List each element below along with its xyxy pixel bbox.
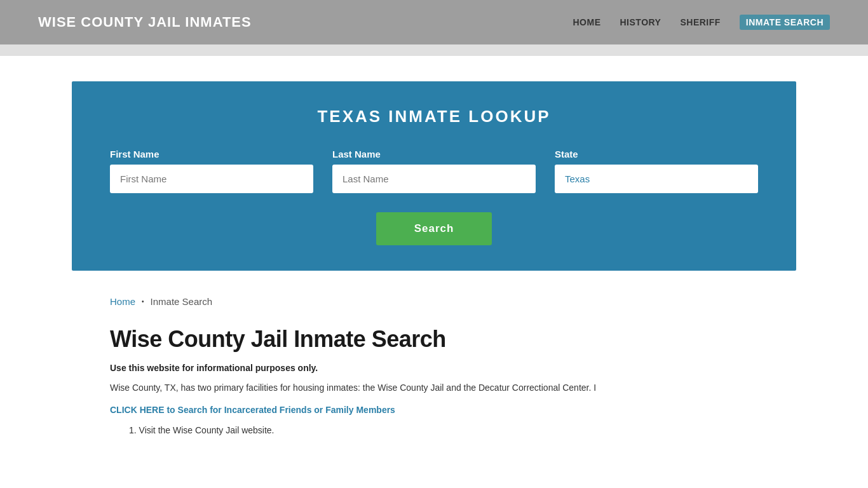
search-form-row: First Name Last Name State bbox=[110, 149, 758, 193]
nav-sheriff[interactable]: SHERIFF bbox=[680, 17, 720, 27]
breadcrumb-current: Inmate Search bbox=[151, 296, 213, 307]
first-name-input[interactable] bbox=[110, 165, 313, 193]
breadcrumb: Home • Inmate Search bbox=[110, 296, 758, 307]
last-name-group: Last Name bbox=[332, 149, 536, 193]
numbered-item-1: 1. Visit the Wise County Jail website. bbox=[129, 425, 758, 435]
site-header: WISE COUNTY JAIL INMATES HOME HISTORY SH… bbox=[0, 0, 868, 44]
search-panel: TEXAS INMATE LOOKUP First Name Last Name… bbox=[72, 81, 796, 271]
main-content: Home • Inmate Search Wise County Jail In… bbox=[72, 296, 796, 435]
info-bold-text: Use this website for informational purpo… bbox=[110, 363, 758, 373]
page-title: Wise County Jail Inmate Search bbox=[110, 326, 758, 353]
search-button-row: Search bbox=[110, 212, 758, 245]
sub-header-bar bbox=[0, 44, 868, 56]
state-group: State bbox=[555, 149, 758, 193]
state-label: State bbox=[555, 149, 758, 159]
last-name-label: Last Name bbox=[332, 149, 536, 159]
last-name-input[interactable] bbox=[332, 165, 536, 193]
search-panel-title: TEXAS INMATE LOOKUP bbox=[110, 107, 758, 126]
nav-home[interactable]: HOME bbox=[573, 17, 601, 27]
site-title: WISE COUNTY JAIL INMATES bbox=[38, 14, 252, 30]
info-text: Wise County, TX, has two primary facilit… bbox=[110, 381, 758, 395]
first-name-label: First Name bbox=[110, 149, 313, 159]
state-input[interactable] bbox=[555, 165, 758, 193]
main-nav: HOME HISTORY SHERIFF INMATE SEARCH bbox=[573, 15, 831, 30]
search-button[interactable]: Search bbox=[376, 212, 492, 245]
breadcrumb-home[interactable]: Home bbox=[110, 296, 135, 307]
click-here-link[interactable]: CLICK HERE to Search for Incarcerated Fr… bbox=[110, 405, 758, 415]
first-name-group: First Name bbox=[110, 149, 313, 193]
breadcrumb-separator: • bbox=[142, 298, 144, 305]
nav-inmate-search[interactable]: INMATE SEARCH bbox=[740, 15, 830, 30]
nav-history[interactable]: HISTORY bbox=[620, 17, 661, 27]
